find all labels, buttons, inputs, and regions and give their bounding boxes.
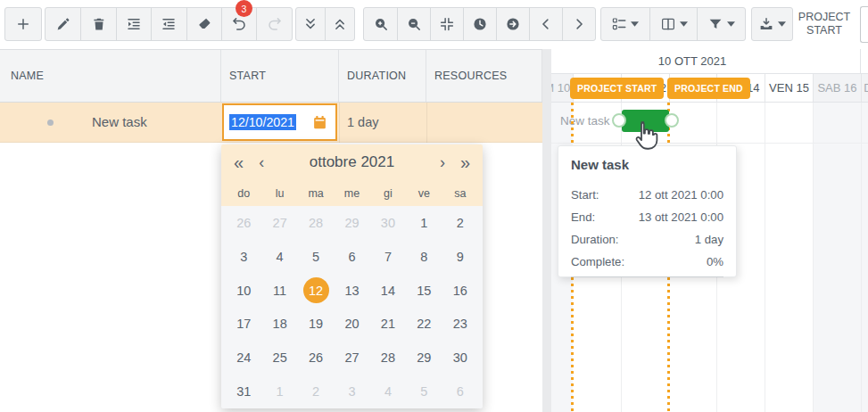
plus-button[interactable] bbox=[5, 8, 41, 40]
undo-icon bbox=[231, 16, 247, 32]
date-picker-header: « ‹ ottobre 2021 › » dolumamegivesa bbox=[221, 144, 483, 206]
calendar-day[interactable]: 2 bbox=[442, 206, 478, 240]
undo-count-badge: 3 bbox=[236, 0, 252, 17]
task-tooltip: New task Start:12 ott 2021 0:00End:13 ot… bbox=[558, 145, 737, 277]
calendar-day[interactable]: 30 bbox=[442, 341, 478, 375]
trash-button[interactable] bbox=[80, 8, 115, 40]
redo-icon bbox=[267, 16, 283, 32]
column-divider bbox=[426, 103, 427, 143]
calendar-day[interactable]: 3 bbox=[334, 375, 369, 408]
gantt-app: 3 PROJECT START NAMESTARTDURATIONRESOURC… bbox=[0, 0, 868, 412]
tooltip-row-label: Duration: bbox=[571, 228, 619, 251]
calendar-day[interactable]: 5 bbox=[298, 240, 334, 274]
calendar-day[interactable]: 16 bbox=[442, 274, 478, 308]
column-header-resources[interactable]: RESOURCES bbox=[426, 50, 542, 102]
day-header-cell: DOM 17 bbox=[861, 74, 868, 102]
task-bar-resize-handle-right[interactable] bbox=[665, 113, 679, 128]
next-year-icon[interactable]: » bbox=[460, 144, 470, 180]
calendar-day[interactable]: 9 bbox=[442, 240, 478, 274]
calendar-day[interactable]: 19 bbox=[298, 307, 334, 341]
download-button[interactable] bbox=[752, 8, 792, 40]
angles-up-button[interactable] bbox=[325, 8, 353, 40]
task-duration-cell[interactable]: 1 day bbox=[347, 115, 378, 129]
calendar-day[interactable]: 11 bbox=[261, 274, 297, 308]
calendar-day[interactable]: 23 bbox=[442, 307, 478, 341]
download-icon bbox=[758, 16, 774, 32]
calendar-day[interactable]: 31 bbox=[226, 375, 261, 408]
calendar-day[interactable]: 17 bbox=[226, 307, 261, 341]
calendar-day[interactable]: 26 bbox=[226, 206, 261, 240]
angle-right-button[interactable] bbox=[562, 8, 595, 40]
calendar-day[interactable]: 26 bbox=[298, 341, 334, 375]
outdent-button[interactable] bbox=[151, 8, 186, 40]
calendar-icon[interactable] bbox=[312, 115, 327, 134]
project-start-field-label: PROJECT START bbox=[790, 11, 858, 37]
calendar-day[interactable]: 6 bbox=[442, 375, 478, 408]
calendar-day[interactable]: 27 bbox=[334, 341, 369, 375]
tooltip-row-value: 0% bbox=[707, 251, 723, 273]
zoom-out-button[interactable] bbox=[397, 8, 430, 40]
columns-button[interactable] bbox=[649, 8, 698, 40]
column-header-duration[interactable]: DURATION bbox=[339, 50, 426, 102]
calendar-day[interactable]: 5 bbox=[406, 375, 442, 408]
calendar-day[interactable]: 14 bbox=[370, 274, 406, 308]
weekday-label: lu bbox=[261, 180, 297, 206]
calendar-day[interactable]: 20 bbox=[334, 307, 369, 341]
column-divider bbox=[339, 103, 340, 143]
eraser-button[interactable] bbox=[186, 8, 221, 40]
calendar-day[interactable]: 1 bbox=[406, 206, 442, 240]
calendar-day[interactable]: 4 bbox=[261, 240, 297, 274]
calendar-day[interactable]: 29 bbox=[334, 206, 369, 240]
zoom-in-button[interactable] bbox=[364, 8, 397, 40]
start-date-input-value[interactable]: 12/10/2021 bbox=[229, 114, 296, 130]
calendar-day[interactable]: 22 bbox=[406, 307, 442, 341]
angle-left-button[interactable] bbox=[529, 8, 562, 40]
calendar-day[interactable]: 2 bbox=[298, 375, 334, 408]
clock-icon bbox=[472, 16, 488, 32]
column-header-name[interactable]: NAME bbox=[0, 50, 221, 102]
calendar-day[interactable]: 10 bbox=[226, 274, 261, 308]
column-header-start[interactable]: START bbox=[221, 50, 339, 102]
calendar-day[interactable]: 21 bbox=[370, 307, 406, 341]
calendar-day[interactable]: 13 bbox=[334, 274, 369, 308]
task-bar-resize-handle-left[interactable] bbox=[612, 113, 626, 128]
prev-year-icon[interactable]: « bbox=[234, 144, 244, 180]
calendar-day[interactable]: 28 bbox=[298, 206, 334, 240]
toolbar-group-expand bbox=[295, 7, 355, 41]
timeline-marker-label: PROJECT END bbox=[667, 78, 750, 99]
calendar-day[interactable]: 3 bbox=[226, 240, 261, 274]
calendar-day[interactable]: 7 bbox=[370, 240, 406, 274]
calendar-day[interactable]: 18 bbox=[261, 307, 297, 341]
project-start-input-partial[interactable] bbox=[860, 6, 868, 43]
calendar-day[interactable]: 24 bbox=[226, 341, 261, 375]
clock-button[interactable] bbox=[463, 8, 496, 40]
next-month-icon[interactable]: › bbox=[440, 144, 445, 180]
calendar-day[interactable]: 25 bbox=[261, 341, 297, 375]
start-date-editor[interactable]: 12/10/2021 bbox=[222, 103, 337, 141]
calendar-day[interactable]: 28 bbox=[370, 341, 406, 375]
timeline-row-border bbox=[551, 143, 868, 144]
calendar-day[interactable]: 29 bbox=[406, 341, 442, 375]
pencil-button[interactable] bbox=[45, 8, 80, 40]
calendar-day-selected[interactable]: 12 bbox=[298, 274, 334, 308]
arrow-right-circle-button[interactable] bbox=[496, 8, 529, 40]
calendar-day[interactable]: 6 bbox=[334, 240, 369, 274]
task-list-button[interactable] bbox=[601, 8, 649, 40]
indent-button[interactable] bbox=[116, 8, 151, 40]
calendar-day[interactable]: 1 bbox=[261, 375, 297, 408]
grid-header: NAMESTARTDURATIONRESOURCES bbox=[0, 49, 542, 103]
tooltip-title: New task bbox=[571, 157, 723, 172]
calendar-day[interactable]: 27 bbox=[261, 206, 297, 240]
calendar-day[interactable]: 4 bbox=[370, 375, 406, 408]
outdent-icon bbox=[161, 16, 177, 32]
calendar-day[interactable]: 8 bbox=[406, 240, 442, 274]
calendar-day[interactable]: 15 bbox=[406, 274, 442, 308]
calendar-day[interactable]: 30 bbox=[370, 206, 406, 240]
filter-button[interactable] bbox=[697, 8, 745, 40]
angle-right-icon bbox=[571, 16, 587, 32]
grid-timeline-splitter[interactable] bbox=[542, 49, 551, 412]
date-picker-day-grid: 2627282930123456789101112131415161718192… bbox=[221, 206, 483, 408]
angles-down-button[interactable] bbox=[296, 8, 325, 40]
task-name-cell[interactable]: New task bbox=[92, 114, 147, 129]
zoom-fit-button[interactable] bbox=[430, 8, 463, 40]
